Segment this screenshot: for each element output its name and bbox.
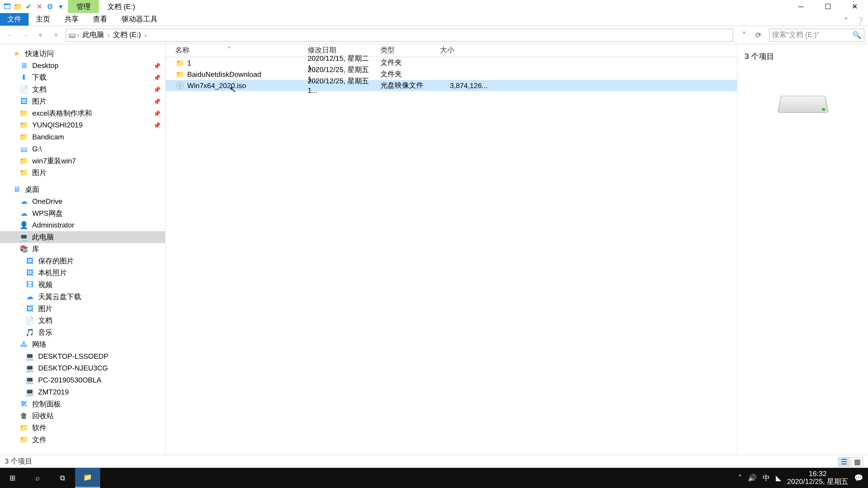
nav-desktop[interactable]: 🖥Desktop📌 [0, 60, 165, 72]
nav-forward-button[interactable]: → [19, 29, 31, 41]
navigation-pane[interactable]: ★快速访问 🖥Desktop📌 ⬇下载📌 📄文档📌 🖼图片📌 📁excel表格制… [0, 44, 166, 455]
nav-lib-pictures[interactable]: 🖼图片 [0, 303, 165, 315]
pin-icon: 📌 [153, 74, 160, 80]
nav-gdrive[interactable]: 🖴G:\ [0, 143, 165, 155]
nav-administrator[interactable]: 👤Administrator [0, 219, 165, 231]
ribbon-tab-share[interactable]: 共享 [57, 13, 86, 26]
folder-icon[interactable]: 📁 [13, 2, 23, 11]
nav-net-njeu3cg[interactable]: 💻DESKTOP-NJEU3CG [0, 362, 165, 375]
nav-onedrive[interactable]: ☁OneDrive [0, 195, 165, 207]
file-row-selected[interactable]: 💿 Win7x64_2020.iso 2020/12/25, 星期五 1... … [166, 80, 737, 91]
download-icon: ⬇ [19, 73, 29, 82]
close-button[interactable]: ✕ [841, 0, 868, 13]
window-title: 文档 (E:) [99, 0, 144, 13]
nav-history-dropdown[interactable]: ▾ [35, 29, 46, 41]
nav-yunqishi[interactable]: 📁YUNQISHI2019📌 [0, 119, 165, 131]
search-icon: ⌕ [35, 474, 39, 482]
nav-saved-pictures[interactable]: 🖼保存的图片 [0, 255, 165, 267]
ime-indicator[interactable]: 中 [763, 473, 770, 483]
pictures-icon: 🖼 [25, 268, 35, 278]
nav-net-lssoedp[interactable]: 💻DESKTOP-LSSOEDP [0, 350, 165, 362]
nav-tianyi[interactable]: ☁天翼云盘下载 [0, 291, 165, 303]
nav-files[interactable]: 📁文件 [0, 434, 165, 446]
nav-win7reinstall[interactable]: 📁win7重装win7 [0, 155, 165, 167]
ribbon-tab-view[interactable]: 查看 [86, 13, 115, 26]
file-row[interactable]: 📁 1 2020/12/15, 星期二 1... 文件夹 [166, 57, 737, 68]
ribbon-expand-icon[interactable]: ˅ [841, 15, 851, 26]
check-icon[interactable]: ✔ [24, 2, 33, 11]
column-headers[interactable]: 名称 ˄ 修改日期 类型 大小 [166, 44, 737, 57]
gear-icon[interactable]: ⚙ [45, 2, 55, 11]
volume-icon[interactable]: 🔊 [748, 474, 757, 482]
pin-icon: 📌 [153, 110, 160, 117]
search-input[interactable]: 搜索"文档 (E:)" 🔍 [769, 28, 864, 41]
maximize-button[interactable]: ☐ [814, 0, 841, 13]
nav-documents[interactable]: 📄文档📌 [0, 84, 165, 95]
chevron-right-icon[interactable]: › [145, 32, 147, 38]
col-name[interactable]: 名称 ˄ [175, 45, 308, 55]
taskbar-clock[interactable]: 16:32 2020/12/25, 星期五 [787, 470, 848, 486]
ribbon-tab-file[interactable]: 文件 [0, 13, 29, 26]
minimize-button[interactable]: ─ [787, 0, 814, 13]
view-details-button[interactable]: ☰ [838, 457, 850, 466]
nav-thispc[interactable]: 💻此电脑 [0, 231, 165, 243]
nav-downloads[interactable]: ⬇下载📌 [0, 71, 165, 84]
col-size[interactable]: 大小 [440, 45, 488, 55]
start-button[interactable]: ⊞ [0, 468, 25, 488]
breadcrumb-seg-thispc[interactable]: 此电脑 [80, 30, 106, 40]
documents-icon: 📄 [25, 316, 35, 325]
contextual-tabs: 管理 文档 (E:) [68, 0, 144, 13]
nav-net-zmt2019[interactable]: 💻ZMT2019 [0, 386, 165, 398]
chevron-right-icon[interactable]: › [107, 32, 110, 38]
preview-item-count: 3 个项目 [745, 51, 774, 62]
breadcrumb[interactable]: 🖴 › 此电脑 › 文档 (E:) › [66, 28, 733, 41]
nav-software[interactable]: 📁软件 [0, 422, 165, 434]
nav-camera-roll[interactable]: 🖼本机照片 [0, 267, 165, 279]
nav-wps[interactable]: ☁WPS网盘 [0, 207, 165, 219]
nav-bandicam[interactable]: 📁Bandicam [0, 131, 165, 143]
qat-dropdown-icon[interactable]: ▾ [56, 2, 66, 11]
view-thumbnails-button[interactable]: ▦ [851, 457, 863, 466]
tray-app-icon[interactable]: ◣ [776, 474, 781, 482]
nav-excel-folder[interactable]: 📁excel表格制作求和📌 [0, 107, 165, 119]
nav-net-pc2019[interactable]: 💻PC-20190530OBLA [0, 374, 165, 386]
breadcrumb-seg-drive[interactable]: 文档 (E:) [111, 30, 143, 40]
taskbar[interactable]: ⊞ ⌕ ⧉ 📁 ˄ 🔊 中 ◣ 16:32 2020/12/25, 星期五 💬 [0, 468, 868, 488]
music-icon: 🎵 [25, 328, 35, 337]
nav-lib-music[interactable]: 🎵音乐 [0, 326, 165, 338]
help-icon[interactable]: ❔ [855, 15, 866, 26]
nav-back-button[interactable]: ← [4, 29, 16, 41]
nav-up-button[interactable]: ↑ [50, 29, 62, 41]
taskbar-explorer-button[interactable]: 📁 [75, 468, 100, 488]
nav-pictures2[interactable]: 📁图片 [0, 167, 165, 179]
nav-control-panel[interactable]: 🛠控制面板 [0, 398, 165, 410]
refresh-icon[interactable]: ⟳ [752, 29, 764, 41]
ribbon-tab-home[interactable]: 主页 [29, 13, 57, 26]
nav-recycle-bin[interactable]: 🗑回收站 [0, 410, 165, 422]
pictures-icon: 🖼 [25, 304, 35, 313]
nav-desktop-root[interactable]: 🖥桌面 [0, 184, 165, 195]
nav-network[interactable]: 🖧网络 [0, 338, 165, 350]
file-row[interactable]: 📁 BaiduNetdiskDownload 2020/12/25, 星期五 1… [166, 68, 737, 80]
contextual-tab-manage[interactable]: 管理 [68, 0, 99, 13]
action-center-icon[interactable]: 💬 [854, 474, 863, 482]
nav-lib-documents[interactable]: 📄文档 [0, 315, 165, 327]
nav-libraries[interactable]: 📚库 [0, 243, 165, 255]
chevron-right-icon[interactable]: › [77, 32, 79, 38]
cloud-icon: ☁ [19, 208, 29, 218]
close-action-icon[interactable]: ✕ [35, 2, 44, 11]
breadcrumb-dropdown-icon[interactable]: ˅ [738, 29, 750, 41]
ribbon-tab-drive-tools[interactable]: 驱动器工具 [114, 13, 164, 26]
library-icon: 📚 [19, 244, 29, 254]
taskbar-search-button[interactable]: ⌕ [25, 468, 50, 488]
system-tray[interactable]: ˄ 🔊 中 ◣ 16:32 2020/12/25, 星期五 💬 [734, 470, 868, 486]
col-type[interactable]: 类型 [380, 45, 440, 55]
task-view-button[interactable]: ⧉ [50, 468, 75, 488]
tray-overflow-icon[interactable]: ˄ [738, 474, 742, 482]
drive-icon: 🖴 [68, 31, 76, 39]
nav-videos[interactable]: 🎞视频 [0, 279, 165, 291]
nav-quick-access[interactable]: ★快速访问 [0, 48, 165, 60]
folder-icon: 📁 [19, 108, 29, 118]
pc-icon: 💻 [25, 363, 35, 373]
nav-pictures[interactable]: 🖼图片📌 [0, 95, 165, 107]
